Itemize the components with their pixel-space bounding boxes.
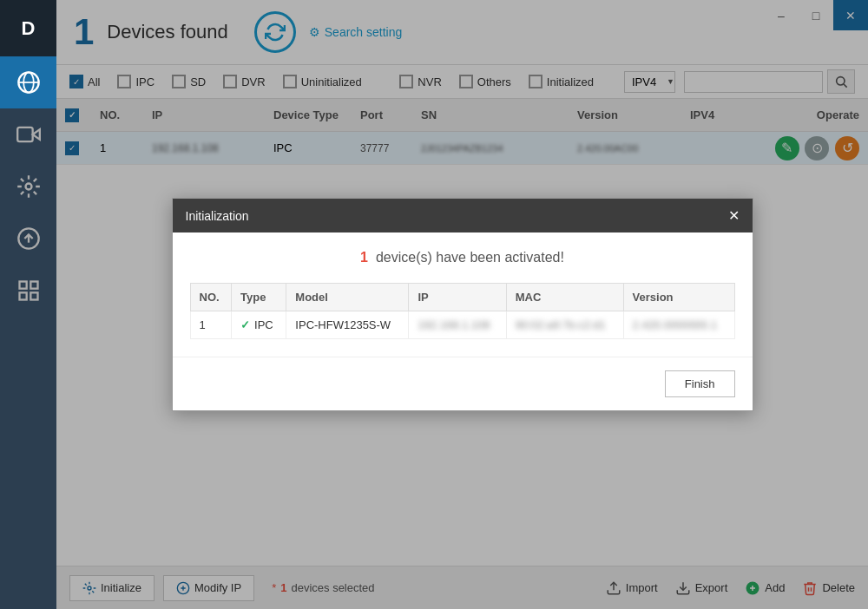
modal-th-type: Type [232, 284, 286, 311]
activation-message: 1 device(s) have been activated! [190, 250, 735, 265]
sidebar-item-camera[interactable] [0, 108, 56, 160]
modal-body: 1 device(s) have been activated! NO. Typ… [173, 232, 753, 357]
activation-count: 1 [360, 250, 368, 265]
modal-row-no: 1 [190, 311, 232, 339]
activation-text: device(s) have been activated! [376, 250, 564, 265]
svg-rect-7 [19, 282, 26, 289]
svg-rect-10 [30, 292, 37, 299]
modal-table: NO. Type Model IP MAC Version 1 ✓IPC [190, 283, 735, 339]
modal-th-no: NO. [190, 284, 232, 311]
modal-th-model: Model [286, 284, 409, 311]
svg-point-4 [25, 184, 31, 190]
camera-icon [16, 122, 41, 147]
modal-row-ip-value: 192.168.1.108 [418, 318, 490, 331]
svg-rect-3 [17, 128, 32, 141]
modal-overlay: Initialization ✕ 1 device(s) have been a… [56, 0, 868, 609]
svg-rect-8 [30, 282, 37, 289]
modal-row-mac: 90:02:a9:7b:c2:d1 [506, 311, 623, 339]
sidebar: D [0, 0, 56, 609]
modal-table-header-row: NO. Type Model IP MAC Version [190, 284, 734, 311]
modal-th-ip: IP [409, 284, 506, 311]
sidebar-item-docs[interactable] [0, 265, 56, 317]
finish-button[interactable]: Finish [665, 370, 735, 397]
initialization-modal: Initialization ✕ 1 device(s) have been a… [172, 198, 753, 411]
modal-footer: Finish [173, 357, 753, 410]
sidebar-item-tools[interactable] [0, 160, 56, 213]
tools-icon [16, 174, 41, 199]
modal-row-ip: 192.168.1.108 [409, 311, 506, 339]
logo-text: D [22, 17, 36, 40]
modal-header: Initialization ✕ [173, 199, 753, 232]
modal-th-version: Version [623, 284, 734, 311]
modal-title: Initialization [186, 209, 249, 223]
docs-icon [16, 278, 41, 303]
network-icon [16, 70, 41, 95]
modal-close-button[interactable]: ✕ [728, 207, 740, 224]
svg-rect-9 [19, 292, 26, 299]
modal-row-version: 2.420.0000000.1 [623, 311, 734, 339]
app-logo: D [0, 0, 56, 56]
sidebar-item-upgrade[interactable] [0, 213, 56, 265]
modal-row-model: IPC-HFW1235S-W [286, 311, 409, 339]
modal-row-version-value: 2.420.0000000.1 [633, 318, 718, 331]
modal-table-row: 1 ✓IPC IPC-HFW1235S-W 192.168.1.108 90:0… [190, 311, 734, 339]
modal-th-mac: MAC [506, 284, 623, 311]
modal-row-mac-value: 90:02:a9:7b:c2:d1 [516, 318, 606, 331]
sidebar-item-network[interactable] [0, 56, 56, 108]
check-icon: ✓ [240, 318, 250, 331]
upgrade-icon [16, 226, 41, 251]
modal-row-type: ✓IPC [232, 311, 286, 339]
main-content: 1 Devices found ⚙ Search setting – □ ✕ ✓… [56, 0, 868, 609]
